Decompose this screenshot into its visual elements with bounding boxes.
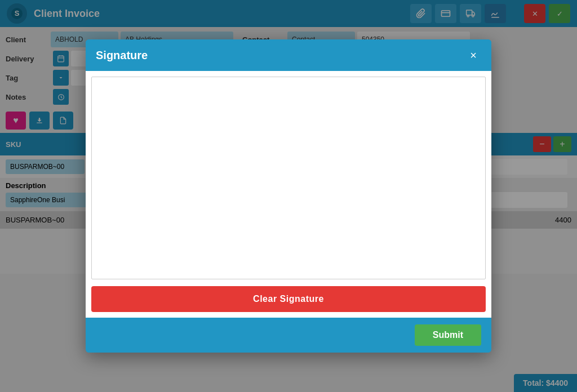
signature-modal: Signature × Clear Signature Submit — [86, 39, 491, 353]
clear-signature-button[interactable]: Clear Signature — [91, 286, 486, 312]
modal-overlay: Signature × Clear Signature Submit — [0, 0, 577, 392]
modal-footer: Submit — [86, 318, 491, 353]
app-container: S Client Invoice ✕ ✓ — [0, 0, 577, 392]
modal-close-icon: × — [470, 49, 477, 62]
modal-title: Signature — [96, 49, 148, 62]
modal-close-button[interactable]: × — [465, 47, 481, 63]
modal-body: Clear Signature — [86, 71, 491, 318]
signature-canvas[interactable] — [91, 77, 486, 279]
modal-header: Signature × — [86, 39, 491, 71]
submit-button[interactable]: Submit — [415, 324, 481, 346]
